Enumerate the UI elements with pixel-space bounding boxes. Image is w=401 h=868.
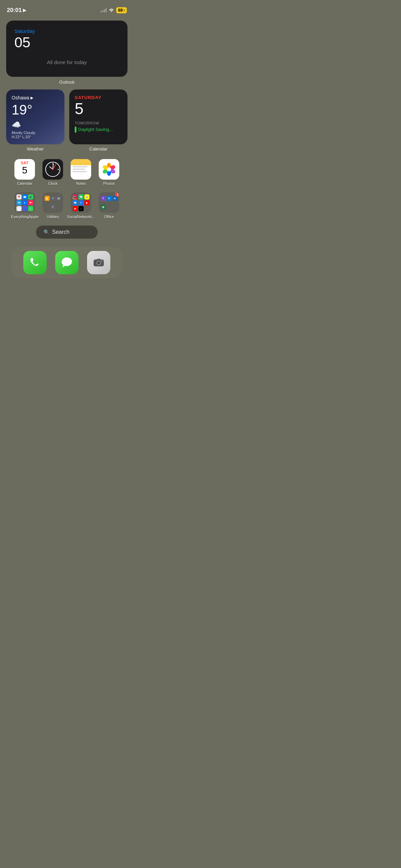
clock-tick-3 (58, 169, 59, 170)
folder-mini-1: 📅 (16, 194, 22, 200)
camera-app-icon (87, 251, 110, 274)
app-item-calendar[interactable]: SAT 5 Calendar (12, 159, 37, 185)
widgets-area: Saturday 05 All done for today Outlook O… (0, 17, 134, 278)
social-networking-label: SocialNetworki... (67, 215, 95, 219)
app-item-notes[interactable]: Notes (69, 159, 93, 185)
phone-icon-svg (28, 256, 42, 269)
outlook-widget-label: Outlook (6, 80, 127, 85)
app-row-2: 📅 ✉️ 📹 🗺 A ❤ ▦ 🔵 ✓ EverythingApple ▦ ≡ (12, 192, 121, 219)
camera-icon-svg (93, 256, 105, 269)
outlook-date: 05 (14, 35, 119, 50)
photos-flower-svg (101, 162, 117, 177)
outlook-message: All done for today (14, 55, 119, 69)
cal-app-date: 5 (22, 166, 27, 175)
photos-app-icon (99, 159, 119, 180)
dock-item-messages[interactable] (55, 251, 78, 274)
office-outlook: O (107, 196, 112, 201)
search-label: Search (52, 229, 70, 235)
app-item-everything-apple[interactable]: 📅 ✉️ 📹 🗺 A ❤ ▦ 🔵 ✓ EverythingApple (12, 192, 37, 219)
folder-mini-9: ✓ (28, 206, 33, 211)
battery-level: 69 (118, 8, 123, 13)
outlook-day: Saturday (14, 28, 119, 34)
social-yt: ▶ (84, 200, 89, 205)
social-fb: f (78, 200, 84, 205)
util-mini-1: ▦ (45, 196, 50, 201)
status-bar: 20:01 ▶ 69 (0, 0, 134, 17)
notes-line-2 (73, 169, 85, 170)
svg-point-10 (101, 260, 102, 262)
notes-app-icon (71, 159, 91, 180)
util-mini-3: ▤ (56, 196, 61, 201)
dock-item-phone[interactable] (23, 251, 47, 274)
social-pod: ◉ (73, 206, 78, 211)
dock-item-camera[interactable] (87, 251, 110, 274)
notes-top-bar (71, 159, 91, 165)
folder-mini-8: 🔵 (22, 206, 27, 211)
status-time: 20:01 ▶ (7, 7, 26, 14)
weather-condition: Mostly Cloudy H:22° L:10° (12, 131, 59, 139)
utilities-label: Utilities (47, 215, 59, 219)
app-item-utilities[interactable]: ▦ ≡ ▤ # Utilities (40, 192, 65, 219)
cloud-icon: ☁️ (12, 120, 59, 129)
photos-app-label: Photos (103, 181, 115, 185)
weather-low: L:10° (22, 135, 31, 139)
signal-bars (100, 8, 107, 12)
status-icons: 69 (100, 7, 127, 13)
phone-app-icon (23, 251, 47, 274)
cal-event-text: Daylight Saving... (78, 127, 113, 132)
util-mini-2: ≡ (50, 196, 56, 201)
office-folder-icon: T O in ▦ 1 (99, 192, 119, 213)
cal-app-day: SAT (21, 161, 29, 165)
calendar-widget[interactable]: SATURDAY 5 TOMORROW Daylight Saving... (69, 89, 127, 144)
cal-event: Daylight Saving... (75, 126, 122, 133)
calendar-app-icon: SAT 5 (14, 159, 35, 180)
social-folder-icon: 📷 💬 👻 💬 f ▶ ◉ ♪ (71, 192, 91, 213)
everything-apple-label: EverythingApple (11, 215, 38, 219)
cal-day-label: SATURDAY (75, 95, 122, 100)
office-teams: T (101, 196, 106, 201)
weather-widget-label: Weather (6, 146, 64, 152)
calendar-col: SATURDAY 5 TOMORROW Daylight Saving... C… (69, 89, 127, 156)
weather-widget[interactable]: Oshawa ▶ 19° ☁️ Mostly Cloudy H:22° L:10… (6, 89, 64, 144)
svg-point-6 (107, 167, 111, 171)
location-icon: ▶ (31, 96, 33, 100)
clock-center-dot (52, 169, 53, 170)
app-item-social-networking[interactable]: 📷 💬 👻 💬 f ▶ ◉ ♪ SocialNetworki... (69, 192, 93, 219)
messages-icon-svg (60, 255, 74, 270)
app-item-photos[interactable]: Photos (97, 159, 121, 185)
time-display: 20:01 (7, 7, 22, 14)
app-item-office[interactable]: T O in ▦ 1 Office (97, 192, 121, 219)
folder-mini-2: ✉️ (22, 194, 27, 200)
util-mini-4: # (50, 204, 56, 209)
app-item-clock[interactable]: Clock (40, 159, 65, 185)
notes-line-3 (73, 171, 87, 172)
social-wa: 💬 (78, 194, 84, 200)
office-extra: ▦ (101, 204, 106, 209)
app-grid: SAT 5 Calendar Clock (6, 159, 127, 219)
outlook-widget[interactable]: Saturday 05 All done for today (6, 21, 127, 77)
app-row-1: SAT 5 Calendar Clock (12, 159, 121, 185)
notes-line-1 (73, 166, 87, 167)
social-msg: 💬 (73, 200, 78, 205)
clock-app-label: Clock (48, 181, 58, 185)
social-snap: 👻 (84, 194, 89, 200)
folder-mini-7: ▦ (16, 206, 22, 211)
weather-high: H:22° (12, 135, 21, 139)
clock-app-icon (42, 159, 63, 180)
condition-text: Mostly Cloudy (12, 131, 35, 135)
battery-indicator: 69 (116, 7, 127, 13)
weather-location: Oshawa ▶ (12, 95, 59, 100)
dock (11, 247, 123, 278)
location-arrow-icon: ▶ (23, 8, 26, 13)
utilities-folder-icon: ▦ ≡ ▤ # (42, 192, 63, 213)
search-icon: 🔍 (44, 229, 49, 235)
folder-mini-4: 🗺 (16, 200, 22, 205)
folder-mini-3: 📹 (28, 194, 33, 200)
folder-mini-5: A (22, 200, 27, 205)
weather-temperature: 19° (12, 103, 59, 117)
search-container: 🔍 Search (6, 226, 127, 239)
calendar-widget-label: Calendar (69, 146, 127, 152)
notes-lines (71, 165, 91, 174)
everything-apple-folder-icon: 📅 ✉️ 📹 🗺 A ❤ ▦ 🔵 ✓ (14, 192, 35, 213)
search-bar[interactable]: 🔍 Search (36, 226, 98, 239)
